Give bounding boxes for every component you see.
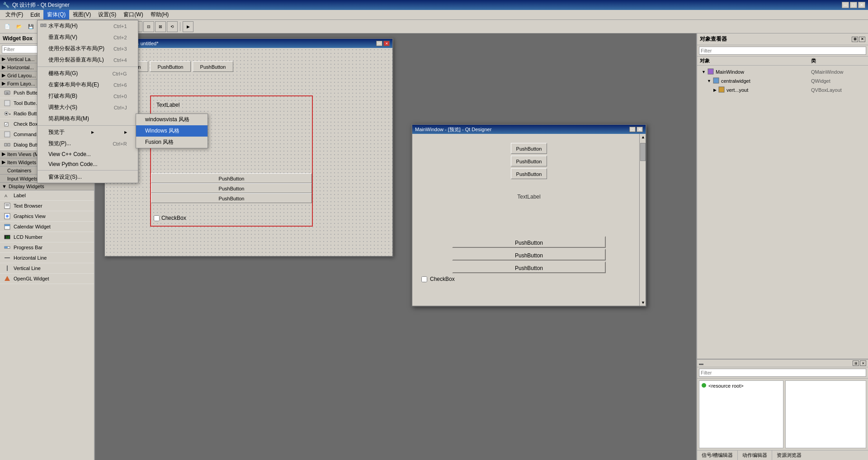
tree-item-vboxlayout[interactable]: ▶ vert...yout QVBoxLayout xyxy=(697,85,868,95)
widget-hline[interactable]: Horizontal Line xyxy=(0,253,94,263)
label-icon: A xyxy=(4,192,11,199)
menu-settings[interactable]: 设置(S) xyxy=(94,10,120,19)
menu-v-layout[interactable]: 垂直布局(V) Ctrl+2 xyxy=(38,32,138,43)
inner-pushbutton-3[interactable]: PushButton xyxy=(151,193,312,203)
widget-graphicsview[interactable]: Graphics View xyxy=(0,211,94,222)
category-display-widgets[interactable]: ▼ Display Widgets xyxy=(0,183,94,190)
preview-full-btn-2[interactable]: PushButton xyxy=(452,249,606,261)
designer-minimize-btn[interactable]: ─ xyxy=(376,41,382,46)
form-layout-button[interactable]: ⊟ xyxy=(143,21,154,32)
menu-view[interactable]: 视图(V) xyxy=(69,10,94,19)
menu-view-cpp[interactable]: View C++ Code... xyxy=(38,149,138,159)
inner-text-label: TextLabel xyxy=(154,99,309,111)
menu-form[interactable]: 窗体(Q) xyxy=(43,10,69,19)
menu-adjust-size-label: 调整大小(S) xyxy=(48,104,77,111)
svg-rect-2 xyxy=(5,100,10,106)
menu-vsplitter[interactable]: 使用分裂器垂直布局(L) Ctrl+4 xyxy=(38,54,138,66)
obj-inspector-undock[interactable]: ⊞ xyxy=(852,37,858,42)
preview-title-text: MainWindow - [预览] - Qt Designer xyxy=(415,126,491,133)
widget-progressbar[interactable]: Progress Bar xyxy=(0,242,94,253)
title-bar: 🔧 Qt 设计师 - Qt Designer ─ □ ✕ xyxy=(0,0,868,10)
widget-calendar[interactable]: Calendar Widget xyxy=(0,222,94,232)
widget-textbrowser[interactable]: Text Browser xyxy=(0,201,94,211)
textbrowser-icon xyxy=(4,202,11,209)
svg-rect-27 xyxy=(713,78,719,83)
preview-maximize-btn[interactable]: □ xyxy=(629,127,636,132)
submenu-fusion[interactable]: Fusion 风格 xyxy=(136,137,208,148)
widget-lcdnumber[interactable]: 12 LCD Number xyxy=(0,232,94,242)
inner-pushbutton-1[interactable]: PushButton xyxy=(151,173,312,183)
menu-grid-layout[interactable]: 栅格布局(G) Ctrl+G xyxy=(38,68,138,79)
app-title: Qt 设计师 - Qt Designer xyxy=(12,1,70,9)
category-label: Horizontal... xyxy=(7,65,34,70)
menu-preview-in[interactable]: 预览于 ▶ xyxy=(38,127,138,138)
menu-v-layout-label: 垂直布局(V) xyxy=(48,33,77,41)
submenu-windowsvista[interactable]: windowsvista 风格 xyxy=(136,114,208,125)
preview-btn-2[interactable]: PushButton xyxy=(511,156,547,166)
resource-root-item[interactable]: <resource root> xyxy=(701,383,781,389)
maximize-button[interactable]: □ xyxy=(850,2,857,8)
inner-pushbutton-2[interactable]: PushButton xyxy=(151,183,312,193)
preview-button[interactable]: ▶ xyxy=(183,21,193,32)
category-arrow: ▶ xyxy=(2,72,5,78)
tree-item-centralwidget[interactable]: ▼ centralwidget QWidget xyxy=(697,76,868,85)
tab-signal-slot[interactable]: 信号/槽编辑器 xyxy=(697,451,738,460)
designer-close-btn[interactable]: ✕ xyxy=(383,41,390,46)
preview-full-btn-3[interactable]: PushButton xyxy=(452,261,606,273)
tab-resource-browser[interactable]: 资源浏览器 xyxy=(772,451,806,460)
menu-form-settings[interactable]: 窗体设定(S)... xyxy=(38,171,138,183)
preview-scrollbar[interactable]: ▲ ▼ xyxy=(639,134,646,306)
bottom-undock[interactable]: ⊞ xyxy=(853,360,859,366)
adjust-size-button[interactable]: ⟲ xyxy=(167,21,178,32)
menu-adjust-size[interactable]: 调整大小(S) Ctrl+J xyxy=(38,102,138,113)
preview-scroll-up[interactable]: ▲ xyxy=(641,135,645,139)
menu-edit[interactable]: Edit xyxy=(27,11,43,19)
preview-scroll-down[interactable]: ▼ xyxy=(641,300,645,305)
preview-scrollthumb[interactable] xyxy=(640,143,646,161)
tab-action-editor[interactable]: 动作编辑器 xyxy=(738,451,772,460)
bottom-panel-btns: ⊞ ✕ xyxy=(853,360,866,366)
menu-break-layout[interactable]: 打破布局(B) Ctrl+0 xyxy=(38,90,138,102)
menu-view-python-label: View Python Code... xyxy=(48,161,98,167)
preview-checkbox[interactable] xyxy=(421,276,427,282)
bottom-tabs: 信号/槽编辑器 动作编辑器 资源浏览器 xyxy=(697,450,868,460)
expand-arrow2: ▶ xyxy=(2,159,5,165)
menu-help[interactable]: 帮助(H) xyxy=(147,10,173,19)
menu-file[interactable]: 文件(F) xyxy=(2,10,27,19)
inner-checkbox[interactable] xyxy=(154,215,160,221)
close-button[interactable]: ✕ xyxy=(858,2,865,8)
menu-hsplitter[interactable]: 使用分裂器水平布局(P) Ctrl+3 xyxy=(38,43,138,54)
menu-preview[interactable]: 预览(P)... Ctrl+R xyxy=(38,138,138,149)
break-layout-button[interactable]: ⊠ xyxy=(155,21,166,32)
bottom-close[interactable]: ✕ xyxy=(860,360,866,366)
save-button[interactable]: 💾 xyxy=(25,21,36,32)
widget-opengl[interactable]: OpenGL Widget xyxy=(0,274,94,284)
menu-vsplitter-shortcut: Ctrl+4 xyxy=(113,57,127,63)
menu-break-layout-label: 打破布局(B) xyxy=(48,92,77,100)
menu-simple-grid[interactable]: 简易网格布局(M) xyxy=(38,113,138,124)
preview-btn-1[interactable]: PushButton xyxy=(511,143,547,154)
obj-inspector-close[interactable]: ✕ xyxy=(859,37,865,42)
radiobutton-icon: ● xyxy=(4,110,11,117)
resource-filter-input[interactable] xyxy=(699,369,866,377)
designer-pushbutton-3[interactable]: PushButton xyxy=(193,61,233,72)
svg-point-4 xyxy=(5,113,7,114)
tree-item-mainwindow[interactable]: ▼ MainWindow QMainWindow xyxy=(697,67,868,76)
menu-form-layout[interactable]: 在窗体布局中布局(E) Ctrl+6 xyxy=(38,79,138,90)
menu-h-layout[interactable]: 水平布局(H) Ctrl+1 xyxy=(38,20,138,32)
open-button[interactable]: 📂 xyxy=(14,21,24,32)
widget-vline[interactable]: Vertical Line xyxy=(0,263,94,274)
preview-close-btn[interactable]: ✕ xyxy=(637,127,643,132)
menu-view-python[interactable]: View Python Code... xyxy=(38,159,138,169)
designer-pushbutton-2[interactable]: PushButton xyxy=(150,61,191,72)
widget-label[interactable]: A Label xyxy=(0,190,94,201)
minimize-button[interactable]: ─ xyxy=(842,2,849,8)
preview-full-btn-1[interactable]: PushButton xyxy=(452,236,606,248)
submenu-windows[interactable]: Windows 风格 xyxy=(136,125,208,137)
object-inspector-filter[interactable] xyxy=(699,47,866,55)
new-button[interactable]: 📄 xyxy=(2,21,13,32)
preview-text-label: TextLabel xyxy=(417,185,641,209)
menu-window[interactable]: 窗口(W) xyxy=(120,10,146,19)
widget-label-label: Label xyxy=(14,193,26,198)
preview-btn-3[interactable]: PushButton xyxy=(511,168,547,179)
